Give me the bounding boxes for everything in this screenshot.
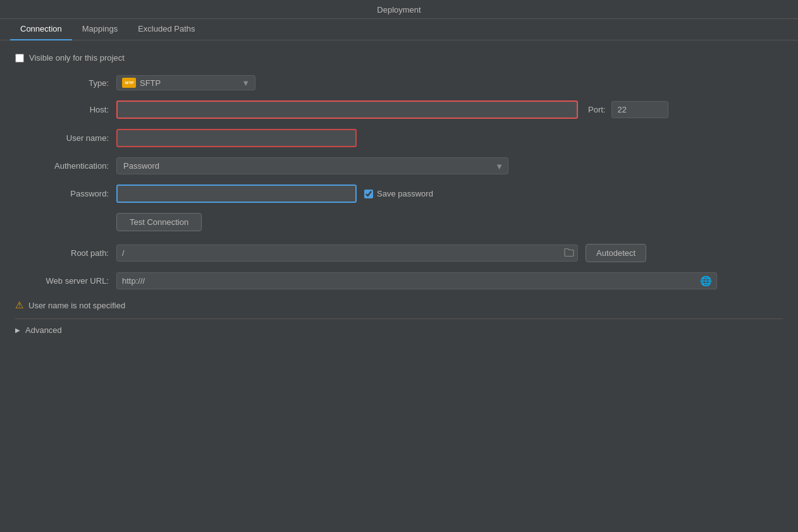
advanced-arrow-icon: ▶ (15, 327, 20, 334)
warning-icon: ⚠ (15, 299, 23, 311)
username-row: User name: (15, 129, 783, 147)
title-bar: Deployment (0, 0, 798, 19)
divider (15, 318, 783, 319)
type-select-wrapper[interactable]: SFTP SFTP ▼ (116, 75, 255, 90)
sftp-icon: SFTP (122, 78, 136, 88)
host-label: Host: (15, 105, 116, 114)
root-path-input[interactable] (116, 245, 578, 262)
web-server-globe-button[interactable]: 🌐 (700, 275, 712, 287)
save-password-checkbox[interactable] (364, 190, 373, 198)
visible-only-row: Visible only for this project (15, 53, 783, 63)
folder-icon (564, 248, 574, 257)
username-input[interactable] (116, 129, 357, 147)
host-input[interactable] (116, 100, 578, 119)
authentication-row: Authentication: Password Key pair OpenSS… (15, 157, 783, 174)
web-server-url-row: Web server URL: 🌐 (15, 272, 783, 289)
web-server-url-input[interactable] (116, 272, 717, 289)
test-connection-button[interactable]: Test Connection (116, 213, 202, 231)
tab-excluded-paths[interactable]: Excluded Paths (128, 19, 205, 40)
window-title: Deployment (377, 5, 420, 15)
visible-only-label: Visible only for this project (29, 53, 125, 63)
warning-text: User name is not specified (28, 301, 125, 310)
autodetect-button[interactable]: Autodetect (586, 244, 646, 262)
username-label: User name: (15, 133, 116, 143)
password-row: Password: Save password (15, 184, 783, 203)
advanced-row[interactable]: ▶ Advanced (15, 323, 783, 337)
test-connection-row: Test Connection (15, 213, 783, 231)
type-dropdown-arrow: ▼ (229, 78, 250, 88)
deployment-window: Deployment Connection Mappings Excluded … (0, 0, 798, 532)
root-path-folder-button[interactable] (564, 248, 574, 258)
host-row: Host: Port: (15, 100, 783, 119)
type-label: Type: (15, 78, 116, 88)
port-label: Port: (588, 105, 605, 114)
port-input[interactable] (611, 101, 668, 118)
password-input[interactable] (116, 184, 357, 203)
tab-mappings[interactable]: Mappings (72, 19, 128, 40)
save-password-row: Save password (364, 189, 433, 198)
password-label: Password: (15, 189, 116, 198)
warning-row: ⚠ User name is not specified (15, 299, 783, 311)
tab-bar: Connection Mappings Excluded Paths (0, 19, 798, 40)
authentication-select[interactable]: Password Key pair OpenSSH config and aut… (116, 157, 508, 174)
type-value: SFTP (140, 78, 161, 88)
tab-connection[interactable]: Connection (10, 19, 72, 40)
root-path-label: Root path: (15, 248, 116, 258)
web-server-url-wrapper: 🌐 (116, 272, 717, 289)
auth-select-container: Password Key pair OpenSSH config and aut… (116, 157, 508, 174)
form-content: Visible only for this project Type: SFTP… (0, 40, 798, 532)
authentication-label: Authentication: (15, 161, 116, 171)
root-path-row: Root path: Autodetect (15, 244, 783, 262)
visible-only-checkbox[interactable] (15, 54, 24, 63)
advanced-label: Advanced (25, 325, 62, 335)
root-path-wrapper (116, 245, 578, 262)
save-password-label: Save password (377, 189, 433, 198)
type-row: Type: SFTP SFTP ▼ (15, 75, 783, 90)
web-server-url-label: Web server URL: (15, 276, 116, 286)
